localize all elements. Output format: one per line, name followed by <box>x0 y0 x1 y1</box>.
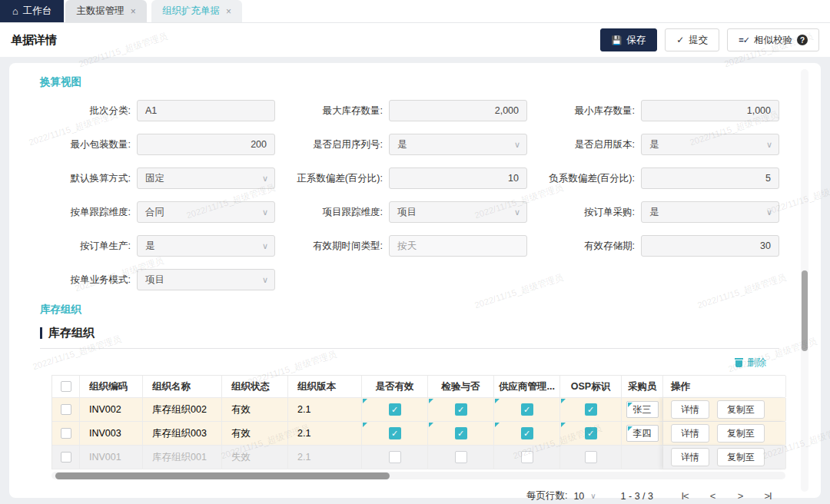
buyer-cell-input[interactable]: 张三 <box>626 401 659 418</box>
delete-button-label: 删除 <box>747 356 766 370</box>
close-icon[interactable]: × <box>131 6 136 17</box>
conversion-form: 批次分类: A1 最大库存数量: 2,000 最小库存数量: 1,000 最小包… <box>40 100 779 290</box>
next-page-icon[interactable]: > <box>730 490 750 502</box>
tab-master-data[interactable]: 主数据管理 × <box>65 0 147 22</box>
chevron-down-icon: ∨ <box>766 202 772 222</box>
horizontal-scrollbar[interactable] <box>51 472 785 479</box>
positive-deviation-input[interactable]: 10 <box>389 167 527 189</box>
cell-code: INV002 <box>80 398 143 421</box>
inventory-table-zone: 删除 组织编码 组织名称 组织状态 组织版本 是否有效 检验与否 供应商管理..… <box>51 353 785 502</box>
vendor-managed-checkbox[interactable]: ✓ <box>521 403 533 416</box>
inspect-checkbox[interactable]: ✓ <box>455 403 467 416</box>
check-icon: ✓ <box>676 35 684 45</box>
produce-by-order-select[interactable]: 是 ∨ <box>137 235 275 257</box>
tab-workbench[interactable]: ⌂ 工作台 <box>0 0 64 22</box>
purchase-by-order-select[interactable]: 是 ∨ <box>641 201 779 223</box>
vendor-managed-checkbox[interactable]: ✓ <box>521 451 533 463</box>
rows-per-page-value[interactable]: 10 <box>573 491 584 502</box>
home-icon: ⌂ <box>12 6 18 16</box>
last-page-icon[interactable]: >I <box>758 490 778 502</box>
valid-checkbox[interactable]: ✓ <box>389 427 401 439</box>
select-value: 是 <box>145 240 155 251</box>
conversion-view-title: 换算视图 <box>40 75 779 89</box>
cell-status: 失效 <box>222 446 288 469</box>
save-button[interactable]: 💾 保存 <box>600 28 658 51</box>
detail-button[interactable]: 详情 <box>671 424 709 443</box>
select-value: 项目 <box>145 274 164 285</box>
tab-org-expansion[interactable]: 组织扩充单据 × <box>151 0 242 22</box>
cell-version: 2.1 <box>288 398 362 421</box>
tab-bar: ⌂ 工作台 主数据管理 × 组织扩充单据 × <box>0 0 830 23</box>
serial-enabled-select[interactable]: 是 ∨ <box>389 134 527 155</box>
edited-corner-mark <box>363 423 367 427</box>
chevron-down-icon: ∨ <box>262 270 268 290</box>
copy-to-button[interactable]: 复制至 <box>717 424 765 443</box>
row-checkbox[interactable] <box>61 452 71 463</box>
row-checkbox[interactable] <box>61 404 71 415</box>
vendor-managed-checkbox[interactable]: ✓ <box>521 427 533 439</box>
buyer-cell-input[interactable]: 李四 <box>626 425 659 442</box>
horizontal-scrollbar-thumb[interactable] <box>55 472 390 479</box>
min-package-input[interactable]: 200 <box>137 134 275 155</box>
cell-name: 库存组织003 <box>143 422 222 445</box>
inventory-org-anchor[interactable]: 库存组织 <box>40 303 779 317</box>
edited-corner-mark <box>429 423 433 427</box>
field-default-conversion: 默认换算方式: 固定 ∨ <box>40 167 275 189</box>
col-header-version: 组织版本 <box>288 376 362 397</box>
vertical-scrollbar[interactable] <box>801 69 808 492</box>
chevron-down-icon[interactable]: ∨ <box>590 492 596 500</box>
inspect-checkbox[interactable]: ✓ <box>455 427 467 439</box>
help-icon[interactable]: ? <box>797 35 808 45</box>
detail-button[interactable]: 详情 <box>671 400 709 419</box>
order-tracking-select[interactable]: 合同 ∨ <box>137 201 275 223</box>
inspect-checkbox[interactable]: ✓ <box>455 451 467 463</box>
field-version-enabled: 是否启用版本: 是 ∨ <box>544 134 779 155</box>
cell-version: 2.1 <box>288 446 362 469</box>
validity-time-type-input[interactable]: 按天 <box>389 235 527 257</box>
similar-check-button[interactable]: =✓ 相似校验 ? <box>727 28 819 51</box>
negative-deviation-input[interactable]: 5 <box>641 167 779 189</box>
prev-page-icon[interactable]: < <box>702 490 722 502</box>
inventory-org-title: 库存组织 <box>48 326 95 340</box>
select-all-checkbox[interactable] <box>61 381 71 392</box>
col-header-name: 组织名称 <box>143 376 222 397</box>
max-stock-input[interactable]: 2,000 <box>389 100 527 121</box>
field-label: 按单跟踪维度: <box>40 206 131 219</box>
first-page-icon[interactable]: I< <box>675 490 695 502</box>
vertical-scrollbar-thumb[interactable] <box>802 270 808 351</box>
field-validity-time-type: 有效期时间类型: 按天 <box>292 235 527 257</box>
valid-checkbox[interactable]: ✓ <box>389 403 401 416</box>
order-business-mode-select[interactable]: 项目 ∨ <box>137 269 275 290</box>
similar-check-label: 相似校验 <box>754 34 792 47</box>
osp-checkbox[interactable]: ✓ <box>585 403 597 416</box>
shelf-life-input[interactable]: 30 <box>641 235 779 257</box>
project-tracking-select[interactable]: 项目 ∨ <box>389 201 527 223</box>
select-value: 合同 <box>145 207 164 217</box>
valid-checkbox[interactable]: ✓ <box>389 451 401 463</box>
field-order-tracking: 按单跟踪维度: 合同 ∨ <box>40 201 275 223</box>
select-value: 是 <box>649 139 659 150</box>
copy-to-button[interactable]: 复制至 <box>717 448 765 466</box>
field-negative-deviation: 负系数偏差(百分比): 5 <box>544 167 779 189</box>
buyer-cell-empty <box>622 446 663 469</box>
tab-master-data-label: 主数据管理 <box>76 5 124 18</box>
row-checkbox[interactable] <box>61 428 71 439</box>
chevron-down-icon: ∨ <box>514 202 520 222</box>
batch-class-input[interactable]: A1 <box>137 100 275 121</box>
chevron-down-icon: ∨ <box>262 236 268 256</box>
osp-checkbox[interactable]: ✓ <box>585 427 597 439</box>
close-icon[interactable]: × <box>226 6 231 17</box>
copy-to-button[interactable]: 复制至 <box>717 400 765 419</box>
detail-button[interactable]: 详情 <box>671 448 709 466</box>
osp-checkbox[interactable]: ✓ <box>585 451 597 463</box>
delete-button[interactable]: 删除 <box>735 356 766 370</box>
field-label: 有效期时间类型: <box>292 240 383 253</box>
chevron-down-icon: ∨ <box>766 134 772 154</box>
document-detail-card: 换算视图 批次分类: A1 最大库存数量: 2,000 最小库存数量: 1,00… <box>9 63 821 498</box>
default-conversion-select[interactable]: 固定 ∨ <box>137 167 275 189</box>
version-enabled-select[interactable]: 是 ∨ <box>641 134 779 155</box>
page-header: 单据详情 💾 保存 ✓ 提交 =✓ 相似校验 ? <box>0 23 830 57</box>
field-max-stock: 最大库存数量: 2,000 <box>292 100 527 121</box>
submit-button[interactable]: ✓ 提交 <box>665 28 719 51</box>
min-stock-input[interactable]: 1,000 <box>641 100 779 121</box>
